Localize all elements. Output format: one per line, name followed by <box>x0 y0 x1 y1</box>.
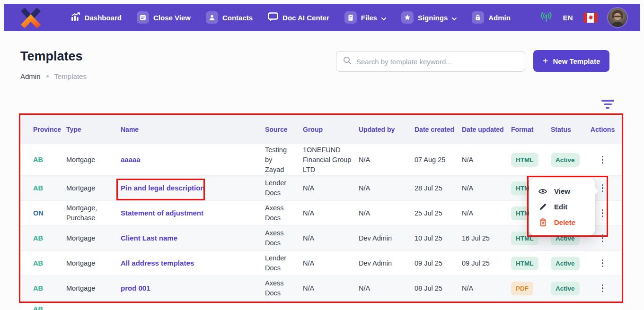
app-logo-icon[interactable] <box>20 6 42 29</box>
search-input[interactable] <box>356 58 518 66</box>
nav-item-label: Close View <box>153 14 191 22</box>
trash-icon <box>538 218 547 226</box>
group-cell: 1ONEFUND Financial Group LTD <box>303 145 359 175</box>
broadcast-signal-icon[interactable] <box>540 11 553 24</box>
template-name-link[interactable]: aaaaa <box>121 155 141 164</box>
nav-right-cluster: EN <box>540 8 627 27</box>
top-navigation: Dashboard Close View Contacts <box>4 4 640 31</box>
table-row: AB Mortgage All address templates Lender… <box>20 251 622 276</box>
canada-flag-icon[interactable] <box>583 13 598 23</box>
type-cell: Mortgage <box>66 183 121 193</box>
type-cell: Mortgage <box>66 258 121 268</box>
format-badge: PDF <box>511 282 533 295</box>
template-name-link[interactable]: prod 001 <box>121 284 150 292</box>
row-actions-kebab[interactable] <box>599 207 607 220</box>
status-badge: Active <box>551 153 580 167</box>
table-row: AB Mortgage aaaaa Testing by Zayad 1ONEF… <box>20 144 622 176</box>
column-header-date-updated: Date updated <box>462 125 511 134</box>
lock-icon <box>472 11 484 24</box>
template-name-link[interactable]: Statement of adjustment <box>121 209 203 217</box>
person-icon <box>206 11 218 24</box>
column-header-type: Type <box>66 125 121 134</box>
province-cell: AB <box>33 284 66 293</box>
updated-by-cell: Dev Admin <box>359 233 415 243</box>
language-label[interactable]: EN <box>563 14 573 22</box>
menu-item-edit[interactable]: Edit <box>529 199 595 215</box>
updated-by-cell: N/A <box>359 284 415 293</box>
eye-icon <box>538 188 547 195</box>
chart-icon <box>71 12 80 23</box>
template-name-link[interactable]: All address templates <box>121 259 194 267</box>
source-cell: Axess Docs <box>265 203 303 223</box>
row-actions-kebab[interactable] <box>599 181 607 195</box>
group-cell: N/A <box>303 183 359 193</box>
nav-item-signings[interactable]: Signings <box>401 11 457 24</box>
nav-item-dashboard[interactable]: Dashboard <box>71 12 122 23</box>
nav-item-label: Files <box>361 14 377 22</box>
updated-by-cell: N/A <box>359 208 415 218</box>
new-template-button[interactable]: + New Template <box>533 50 609 72</box>
date-updated-cell: N/A <box>462 155 511 165</box>
plus-icon: + <box>543 56 548 66</box>
new-template-label: New Template <box>553 57 600 65</box>
filter-icon[interactable] <box>601 100 614 109</box>
source-cell: Axess Docs <box>265 228 303 248</box>
updated-by-cell: Dev Admin <box>359 258 415 268</box>
nav-item-doc-ai-center[interactable]: Doc AI Center <box>268 12 329 23</box>
date-created-cell: 09 Jul 25 <box>415 258 462 268</box>
menu-item-delete[interactable]: Delete <box>529 215 595 230</box>
group-cell: N/A <box>303 233 359 243</box>
row-actions-kebab[interactable] <box>599 282 607 295</box>
breadcrumb-templates: Templates <box>54 72 87 80</box>
template-name-link[interactable]: Client Last name <box>121 234 177 242</box>
row-actions-kebab[interactable] <box>599 153 607 167</box>
type-cell: Mortgage <box>66 284 121 293</box>
nav-item-admin[interactable]: Admin <box>472 11 511 24</box>
source-cell: Testing by Zayad <box>265 145 303 175</box>
menu-item-label: Edit <box>554 203 567 211</box>
pencil-icon <box>538 203 547 210</box>
search-box <box>336 51 525 72</box>
row-actions-kebab[interactable] <box>599 232 607 245</box>
nav-item-contacts[interactable]: Contacts <box>206 11 253 24</box>
group-cell: N/A <box>303 284 359 293</box>
nav-item-close-view[interactable]: Close View <box>137 11 191 24</box>
column-header-format: Format <box>511 125 551 134</box>
calendar-icon <box>137 11 149 24</box>
template-name-link[interactable]: Pin and legal description <box>121 184 205 192</box>
page-title: Templates <box>20 49 83 64</box>
breadcrumb: Admin Templates <box>20 72 87 80</box>
group-cell: N/A <box>303 258 359 268</box>
type-cell: Mortgage <box>66 155 121 165</box>
row-actions-kebab[interactable] <box>599 257 607 270</box>
type-cell: Mortgage, Purchase <box>66 203 121 223</box>
chat-icon <box>268 12 278 23</box>
province-cell: AB <box>33 258 66 268</box>
updated-by-cell: N/A <box>359 183 415 193</box>
source-cell: Lender Docs <box>265 253 303 273</box>
format-badge: HTML <box>511 153 538 167</box>
breadcrumb-admin[interactable]: Admin <box>20 72 41 80</box>
star-icon <box>401 11 414 24</box>
menu-item-view[interactable]: View <box>529 183 595 199</box>
nav-item-label: Signings <box>418 14 448 22</box>
file-icon <box>344 11 357 24</box>
type-cell: Mortgage <box>66 233 121 243</box>
column-header-source: Source <box>265 125 303 134</box>
main-menu: Dashboard Close View Contacts <box>42 11 540 24</box>
nav-item-label: Contacts <box>222 14 253 22</box>
table-row: AB Mortgage prod 001 Axess Docs N/A N/A … <box>20 276 622 301</box>
source-cell: Lender Docs <box>265 178 303 198</box>
date-updated-cell: N/A <box>462 183 511 193</box>
column-header-updated-by: Updated by <box>359 125 415 134</box>
date-updated-cell: 09 Jul 25 <box>462 258 511 268</box>
user-avatar[interactable] <box>608 8 627 27</box>
status-badge: Active <box>551 282 580 295</box>
context-menu: View Edit Delete <box>529 178 595 235</box>
column-header-group: Group <box>303 125 359 134</box>
province-cell: AB <box>33 183 66 193</box>
format-badge: HTML <box>511 257 538 270</box>
date-created-cell: 07 Aug 25 <box>415 155 462 165</box>
nav-item-files[interactable]: Files <box>344 11 386 24</box>
table-header-row: Province Type Name Source Group Updated … <box>20 115 622 144</box>
